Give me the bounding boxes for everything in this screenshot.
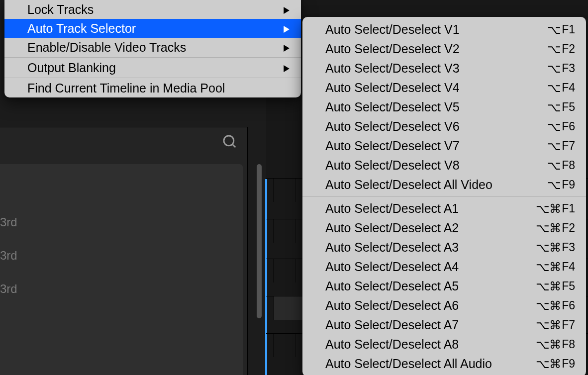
shortcut-modifiers: ⌥⌘ bbox=[536, 221, 561, 235]
submenu-item-auto-select-deselect-a1[interactable]: Auto Select/Deselect A1⌥⌘F1 bbox=[302, 199, 586, 218]
keyboard-shortcut: ⌥⌘F4 bbox=[536, 260, 575, 274]
submenu-item-auto-select-deselect-all-video[interactable]: Auto Select/Deselect All Video⌥F9 bbox=[302, 175, 586, 194]
keyboard-shortcut: ⌥⌘F7 bbox=[536, 318, 575, 332]
shortcut-modifiers: ⌥⌘ bbox=[536, 357, 561, 371]
submenu-item-auto-select-deselect-v5[interactable]: Auto Select/Deselect V5⌥F5 bbox=[302, 97, 586, 117]
shortcut-key: F9 bbox=[562, 178, 575, 191]
submenu-item-auto-select-deselect-v7[interactable]: Auto Select/Deselect V7⌥F7 bbox=[302, 136, 586, 156]
submenu-item-label: Auto Select/Deselect V6 bbox=[325, 119, 460, 134]
menu-item-lock-tracks[interactable]: Lock Tracks bbox=[4, 0, 301, 19]
track-label: 3rd bbox=[0, 215, 17, 229]
submenu-item-label: Auto Select/Deselect A4 bbox=[325, 260, 459, 274]
keyboard-shortcut: ⌥⌘F8 bbox=[536, 338, 575, 352]
shortcut-modifiers: ⌥⌘ bbox=[536, 241, 561, 255]
submenu-item-auto-select-deselect-a2[interactable]: Auto Select/Deselect A2⌥⌘F2 bbox=[302, 218, 586, 238]
menu-separator bbox=[4, 78, 301, 78]
keyboard-shortcut: ⌥F1 bbox=[547, 23, 575, 37]
shortcut-key: F3 bbox=[562, 241, 575, 254]
shortcut-key: F6 bbox=[562, 299, 575, 312]
submenu-item-label: Auto Select/Deselect V1 bbox=[325, 22, 460, 37]
menu-separator bbox=[302, 196, 586, 197]
shortcut-key: F8 bbox=[562, 159, 575, 172]
menu-item-output-blanking[interactable]: Output Blanking bbox=[4, 58, 301, 77]
submenu-item-auto-select-deselect-a8[interactable]: Auto Select/Deselect A8⌥⌘F8 bbox=[302, 335, 586, 354]
svg-point-0 bbox=[224, 136, 234, 146]
shortcut-key: F4 bbox=[562, 81, 575, 94]
keyboard-shortcut: ⌥F4 bbox=[547, 81, 575, 95]
context-menu: Lock TracksAuto Track SelectorEnable/Dis… bbox=[4, 0, 301, 97]
shortcut-key: F5 bbox=[562, 100, 575, 114]
keyboard-shortcut: ⌥⌘F6 bbox=[536, 299, 575, 313]
keyboard-shortcut: ⌥F2 bbox=[547, 42, 575, 56]
shortcut-modifiers: ⌥⌘ bbox=[536, 260, 561, 274]
shortcut-key: F1 bbox=[562, 23, 575, 36]
menu-item-label: Auto Track Selector bbox=[27, 21, 136, 36]
keyboard-shortcut: ⌥F8 bbox=[547, 159, 575, 173]
shortcut-modifiers: ⌥⌘ bbox=[536, 338, 561, 352]
submenu-item-label: Auto Select/Deselect V2 bbox=[325, 42, 460, 56]
submenu-item-auto-select-deselect-a6[interactable]: Auto Select/Deselect A6⌥⌘F6 bbox=[302, 296, 586, 315]
shortcut-modifiers: ⌥ bbox=[547, 42, 561, 56]
shortcut-modifiers: ⌥ bbox=[547, 120, 561, 134]
menu-separator bbox=[4, 57, 301, 58]
menu-item-label: Lock Tracks bbox=[27, 2, 94, 17]
submenu-item-label: Auto Select/Deselect A8 bbox=[325, 337, 459, 352]
submenu-item-auto-select-deselect-v4[interactable]: Auto Select/Deselect V4⌥F4 bbox=[302, 78, 586, 97]
chevron-right-icon bbox=[283, 61, 290, 75]
submenu-item-auto-select-deselect-a4[interactable]: Auto Select/Deselect A4⌥⌘F4 bbox=[302, 257, 586, 277]
submenu-item-auto-select-deselect-v8[interactable]: Auto Select/Deselect V8⌥F8 bbox=[302, 156, 586, 175]
submenu-item-auto-select-deselect-a3[interactable]: Auto Select/Deselect A3⌥⌘F3 bbox=[302, 238, 586, 257]
submenu-item-label: Auto Select/Deselect A6 bbox=[325, 298, 459, 313]
submenu-item-label: Auto Select/Deselect V7 bbox=[325, 139, 460, 153]
menu-item-find-current-timeline-in-media-pool[interactable]: Find Current Timeline in Media Pool bbox=[4, 79, 301, 97]
menu-item-label: Output Blanking bbox=[27, 61, 116, 75]
submenu-item-label: Auto Select/Deselect V3 bbox=[325, 61, 460, 76]
shortcut-modifiers: ⌥ bbox=[547, 23, 561, 37]
shortcut-key: F3 bbox=[562, 62, 575, 75]
submenu-item-label: Auto Select/Deselect V8 bbox=[325, 158, 460, 173]
track-label: 3rd bbox=[0, 282, 17, 296]
keyboard-shortcut: ⌥⌘F1 bbox=[536, 202, 575, 216]
keyboard-shortcut: ⌥F9 bbox=[547, 178, 575, 192]
shortcut-key: F2 bbox=[562, 42, 575, 56]
shortcut-modifiers: ⌥ bbox=[547, 178, 561, 192]
submenu-item-label: Auto Select/Deselect V4 bbox=[325, 81, 460, 95]
menu-item-label: Find Current Timeline in Media Pool bbox=[27, 81, 225, 95]
scrollbar[interactable] bbox=[257, 164, 262, 318]
submenu-item-auto-select-deselect-a5[interactable]: Auto Select/Deselect A5⌥⌘F5 bbox=[302, 277, 586, 296]
shortcut-key: F7 bbox=[562, 318, 575, 332]
shortcut-modifiers: ⌥⌘ bbox=[536, 299, 561, 313]
submenu-item-auto-select-deselect-all-audio[interactable]: Auto Select/Deselect All Audio⌥⌘F9 bbox=[302, 354, 586, 374]
shortcut-modifiers: ⌥⌘ bbox=[536, 202, 561, 216]
keyboard-shortcut: ⌥⌘F9 bbox=[536, 357, 575, 371]
submenu-item-label: Auto Select/Deselect A5 bbox=[325, 279, 459, 293]
submenu-item-label: Auto Select/Deselect A2 bbox=[325, 221, 459, 235]
submenu-item-label: Auto Select/Deselect All Audio bbox=[325, 357, 492, 371]
shortcut-modifiers: ⌥⌘ bbox=[536, 318, 561, 332]
shortcut-key: F5 bbox=[562, 280, 575, 293]
submenu-item-auto-select-deselect-a7[interactable]: Auto Select/Deselect A7⌥⌘F7 bbox=[302, 315, 586, 335]
submenu-item-label: Auto Select/Deselect A1 bbox=[325, 201, 459, 216]
submenu-item-auto-select-deselect-v3[interactable]: Auto Select/Deselect V3⌥F3 bbox=[302, 59, 586, 78]
submenu-item-label: Auto Select/Deselect V5 bbox=[325, 100, 460, 114]
keyboard-shortcut: ⌥⌘F2 bbox=[536, 221, 575, 235]
menu-item-auto-track-selector[interactable]: Auto Track Selector bbox=[4, 19, 301, 38]
chevron-right-icon bbox=[283, 40, 290, 55]
search-icon[interactable] bbox=[221, 133, 238, 152]
track-label: 3rd bbox=[0, 249, 17, 263]
submenu-item-auto-select-deselect-v2[interactable]: Auto Select/Deselect V2⌥F2 bbox=[302, 39, 586, 59]
keyboard-shortcut: ⌥⌘F5 bbox=[536, 280, 575, 293]
submenu-item-label: Auto Select/Deselect All Video bbox=[325, 178, 492, 192]
submenu-item-auto-select-deselect-v6[interactable]: Auto Select/Deselect V6⌥F6 bbox=[302, 117, 586, 136]
submenu-item-auto-select-deselect-v1[interactable]: Auto Select/Deselect V1⌥F1 bbox=[302, 20, 586, 39]
shortcut-key: F4 bbox=[562, 260, 575, 274]
menu-item-enable-disable-video-tracks[interactable]: Enable/Disable Video Tracks bbox=[4, 38, 301, 57]
keyboard-shortcut: ⌥F5 bbox=[547, 100, 575, 114]
keyboard-shortcut: ⌥F6 bbox=[547, 120, 575, 134]
keyboard-shortcut: ⌥F3 bbox=[547, 62, 575, 76]
shortcut-modifiers: ⌥ bbox=[547, 100, 561, 114]
menu-item-label: Enable/Disable Video Tracks bbox=[27, 40, 186, 55]
shortcut-key: F8 bbox=[562, 338, 575, 351]
shortcut-modifiers: ⌥ bbox=[547, 81, 561, 95]
shortcut-key: F9 bbox=[562, 357, 575, 371]
